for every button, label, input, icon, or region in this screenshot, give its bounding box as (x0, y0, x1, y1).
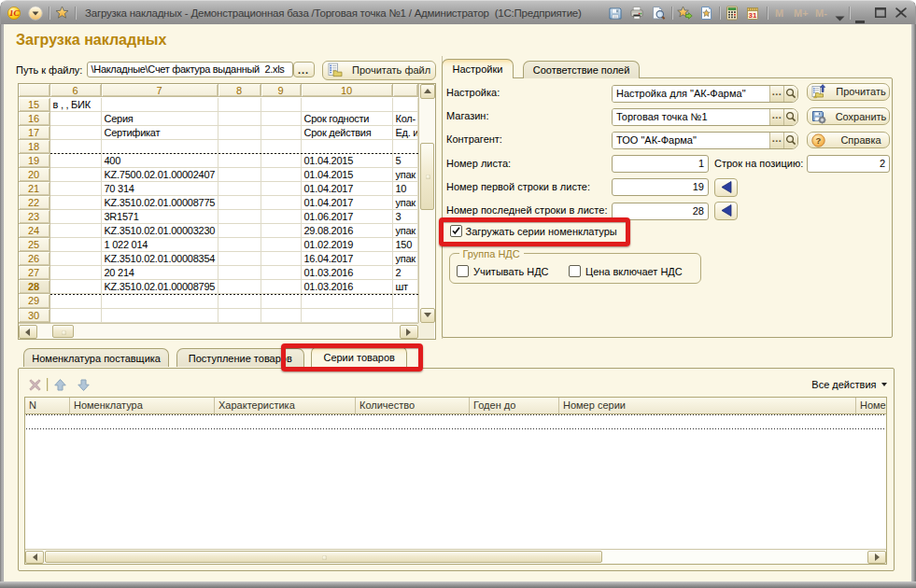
sheet-cell[interactable] (102, 140, 218, 154)
hscroll-thumb[interactable] (45, 551, 602, 564)
sheet-cell[interactable]: упак (393, 252, 418, 266)
tab-supplier-nomenclature[interactable]: Номенклатура поставщика (23, 348, 170, 368)
sheet-cell[interactable]: 5 (393, 154, 418, 168)
sheet-cell[interactable] (261, 294, 302, 308)
vat-included-checkbox[interactable] (569, 265, 581, 277)
sheet-row-header[interactable]: 25 (19, 238, 50, 252)
nastrojka-input[interactable]: Настройка для "АК-Фарма" (613, 86, 769, 102)
sheet-cell[interactable] (261, 252, 302, 266)
sheet-cell[interactable] (302, 294, 393, 308)
sheet-cell[interactable]: 150 (393, 238, 418, 252)
first-row-input[interactable]: 19 (612, 178, 709, 196)
tab-settings[interactable]: Настройки (442, 59, 514, 78)
sheet-cell[interactable]: KZ.7500.02.01.00002407 (102, 168, 218, 182)
save-settings-button[interactable]: Сохранить (807, 107, 890, 126)
series-column-header[interactable]: Количество (356, 398, 470, 413)
series-column-header[interactable]: Номер (856, 398, 886, 413)
sheet-cell[interactable] (50, 196, 102, 210)
memory-recall-button[interactable]: M (775, 1, 783, 25)
spreadsheet-grid[interactable]: 67891015в , , БИК16СерияСрок годностиКол… (19, 84, 418, 323)
sheet-cell[interactable]: 16.04.2017 (302, 252, 393, 266)
memory-subtract-button[interactable]: M- (815, 1, 827, 25)
vscroll-thumb[interactable] (420, 143, 434, 210)
series-column-header[interactable]: Годен до (470, 398, 559, 413)
sheet-row-header[interactable]: 19 (19, 154, 50, 168)
sheet-cell[interactable]: 70 314 (102, 182, 218, 196)
sheet-cell[interactable] (302, 140, 393, 154)
sheet-row-header[interactable]: 24 (19, 224, 50, 238)
spreadsheet-preview[interactable]: 67891015в , , БИК16СерияСрок годностиКол… (18, 83, 436, 340)
magazin-browse-button[interactable]: ... (769, 109, 783, 125)
print-icon[interactable] (629, 6, 644, 21)
read-file-button[interactable]: Прочитать файл (322, 61, 436, 80)
sheet-cell[interactable] (261, 126, 302, 140)
series-table-hscrollbar[interactable] (25, 549, 886, 564)
help-button[interactable]: ? Справка (807, 132, 890, 148)
sheet-cell[interactable] (261, 182, 302, 196)
rows-per-position-input[interactable]: 2 (807, 155, 890, 173)
toolbar-overflow-icon[interactable] (835, 12, 845, 18)
sheet-column-header[interactable]: 9 (261, 84, 302, 98)
sheet-cell[interactable] (393, 294, 418, 308)
sheet-cell[interactable] (218, 196, 261, 210)
sheet-cell[interactable]: шт (393, 280, 418, 294)
sheet-cell[interactable]: Кол- (393, 112, 418, 126)
series-table-body[interactable] (25, 414, 886, 549)
hscroll-thumb[interactable] (52, 325, 74, 338)
sheet-cell[interactable] (393, 309, 418, 323)
scroll-left-button[interactable] (25, 551, 44, 565)
sheet-row-header[interactable]: 17 (19, 126, 50, 140)
sheet-cell[interactable] (261, 154, 302, 168)
sheet-cell[interactable] (218, 294, 261, 308)
sheet-cell[interactable]: 29.08.2016 (302, 224, 393, 238)
close-button[interactable] (895, 7, 907, 18)
sheet-cell[interactable] (218, 266, 261, 280)
sheet-cell[interactable] (218, 154, 261, 168)
sheet-cell[interactable]: в , , БИК (50, 98, 102, 112)
sheet-cell[interactable] (218, 126, 261, 140)
series-table[interactable]: NНоменклатураХарактеристикаКоличествоГод… (24, 397, 887, 565)
minimize-button[interactable] (855, 14, 865, 17)
sheet-cell[interactable] (50, 112, 102, 126)
kontragent-browse-button[interactable]: ... (769, 133, 783, 148)
sheet-cell[interactable]: 01.04.2015 (302, 168, 393, 182)
sheet-row-header[interactable]: 30 (19, 309, 50, 323)
sheet-cell[interactable]: 10 (393, 182, 418, 196)
sheet-cell[interactable] (50, 309, 102, 323)
sheet-row-header[interactable]: 20 (19, 168, 50, 182)
sheet-row-header[interactable]: 29 (19, 294, 50, 308)
delete-row-icon[interactable] (29, 379, 41, 391)
sheet-cell[interactable]: 3 (393, 210, 418, 224)
all-actions-button[interactable]: Все действия (811, 378, 886, 391)
kontragent-input[interactable]: ТОО "АК-Фарма" (613, 133, 769, 148)
nastrojka-open-button[interactable] (783, 86, 797, 102)
save-icon[interactable] (608, 6, 623, 21)
scroll-right-button[interactable] (867, 551, 886, 565)
sheet-cell[interactable] (261, 280, 302, 294)
sheet-cell[interactable]: упак (393, 196, 418, 210)
sheet-cell[interactable]: KZ.3510.02.01.00003230 (102, 224, 218, 238)
sheet-row-header[interactable]: 16 (19, 112, 50, 126)
sheet-cell[interactable] (50, 238, 102, 252)
sheet-cell[interactable] (50, 168, 102, 182)
sheet-hscrollbar[interactable] (19, 323, 418, 339)
read-settings-button[interactable]: Прочитать (807, 83, 890, 102)
series-table-header[interactable]: NНоменклатураХарактеристикаКоличествоГод… (25, 398, 886, 414)
move-down-icon[interactable] (77, 378, 91, 392)
sheet-cell[interactable] (261, 224, 302, 238)
file-path-input[interactable]: \Накладные\Счет фактура выданный 2.xls (87, 62, 293, 77)
sheet-cell[interactable] (218, 140, 261, 154)
sheet-cell[interactable] (218, 309, 261, 323)
sheet-column-header[interactable]: 8 (218, 84, 261, 98)
sheet-cell[interactable] (261, 238, 302, 252)
sheet-row-header[interactable]: 28 (19, 280, 50, 294)
sheet-cell[interactable]: 3R1571 (102, 210, 218, 224)
sheet-column-header[interactable]: 6 (50, 84, 102, 98)
sheet-cell[interactable]: KZ.3510.02.01.00008775 (102, 196, 218, 210)
sheet-cell[interactable]: Серия (102, 112, 218, 126)
magazin-input[interactable]: Торговая точка №1 (613, 109, 769, 125)
sheet-cell[interactable] (50, 266, 102, 280)
memory-add-button[interactable]: M+ (794, 1, 809, 25)
sheet-cell[interactable]: 01.06.2017 (302, 210, 393, 224)
sheet-cell[interactable] (218, 112, 261, 126)
